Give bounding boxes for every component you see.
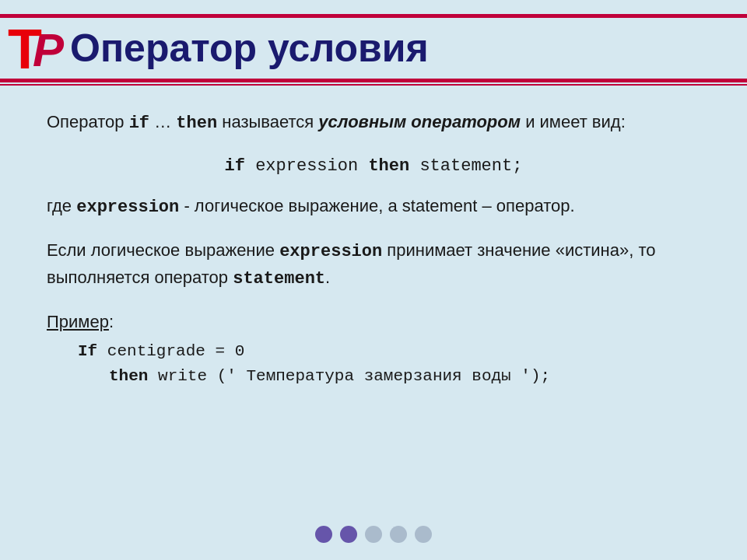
para3-kw2: statement [233, 269, 325, 289]
para1-kw2: then [176, 114, 217, 133]
para1-suffix2: и имеет вид: [521, 112, 626, 131]
para3-kw1: expression [279, 242, 382, 261]
nav-dots [315, 526, 432, 543]
example-label: Пример [47, 312, 109, 331]
page-title: Оператор условия [70, 27, 429, 70]
nav-dot-1[interactable] [315, 526, 332, 543]
para2-kw1: expression [76, 198, 179, 217]
nav-dot-2[interactable] [340, 526, 357, 543]
para2-prefix: где [47, 196, 76, 215]
para3-prefix: Если логическое выражение [47, 240, 279, 260]
logo-t-icon: Т [8, 21, 42, 77]
paragraph-2: где expression - логическое выражение, а… [47, 193, 700, 220]
para2-middle: - логическое выражение, а [179, 196, 402, 215]
code-if-example: If [78, 342, 97, 360]
nav-dot-4[interactable] [390, 526, 407, 543]
code-if: if [225, 156, 245, 176]
slide: Т Р Оператор условия Оператор if … then … [0, 0, 747, 560]
paragraph-1: Оператор if … then называется условным о… [47, 109, 700, 136]
para1-italic: условным оператором [318, 112, 521, 131]
para2-suffix: – оператор. [477, 196, 574, 215]
code-example-line2: then write (' Температура замерзания вод… [109, 364, 700, 389]
para2-kw2: statement [402, 196, 478, 215]
code-example-line1: If centigrade = 0 [78, 339, 700, 364]
title-row: Т Р Оператор условия [0, 21, 747, 75]
code-line2-rest: write (' Температура замерзания воды '); [148, 367, 550, 385]
example-colon: : [109, 312, 114, 331]
para1-suffix1: называется [217, 112, 318, 131]
nav-dot-3[interactable] [365, 526, 382, 543]
nav-dot-5[interactable] [415, 526, 432, 543]
code-example: If centigrade = 0 then write (' Температ… [47, 339, 700, 388]
content-area: Оператор if … then называется условным о… [0, 86, 747, 429]
bottom-line-thin [0, 84, 747, 86]
top-line [0, 14, 747, 18]
para1-kw1: if [129, 114, 149, 133]
code-then: then [368, 156, 409, 176]
header: Т Р Оператор условия [0, 0, 747, 86]
para3-suffix: . [325, 268, 330, 287]
code-block-main: if expression then statement; [47, 153, 700, 179]
logo-box: Т Р [8, 21, 66, 75]
code-semicolon: ; [512, 156, 522, 176]
para1-middle: … [149, 112, 176, 131]
para1-prefix: Оператор [47, 112, 129, 131]
code-statement: statement [419, 156, 512, 176]
example-section: Пример: If centigrade = 0 then write (' … [47, 309, 700, 388]
example-label-row: Пример: [47, 309, 700, 334]
paragraph-3: Если логическое выражение expression при… [47, 237, 700, 292]
bottom-line-thick [0, 79, 747, 82]
code-line1-rest: centigrade = 0 [97, 342, 244, 360]
code-then-example: then [109, 367, 148, 385]
code-expression: expression [255, 156, 368, 176]
